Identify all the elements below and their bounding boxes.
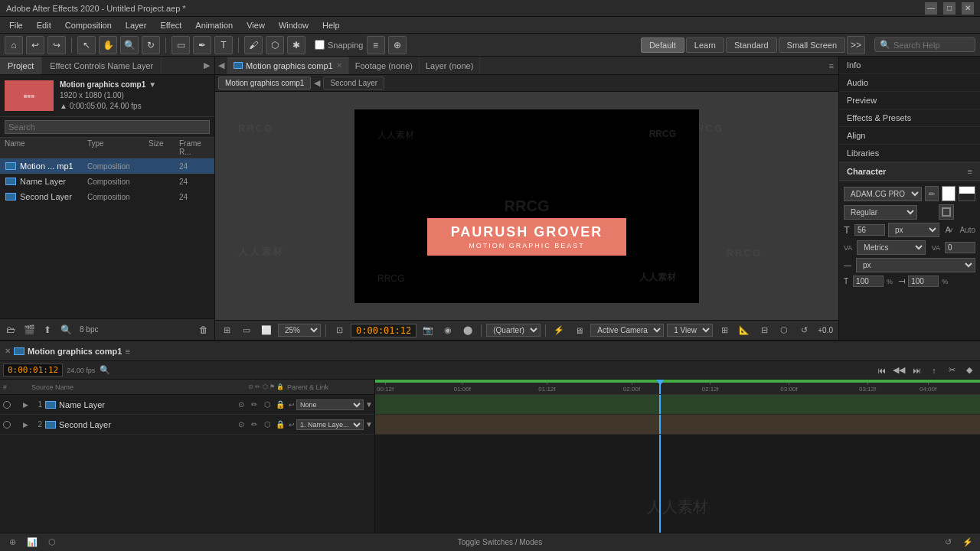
minimize-button[interactable]: — xyxy=(925,2,937,15)
rp-audio[interactable]: Audio xyxy=(839,74,980,92)
comp-subtab-second[interactable]: Second Layer xyxy=(323,77,384,90)
rp-align[interactable]: Align xyxy=(839,127,980,145)
comp-tab-layer[interactable]: Layer (none) xyxy=(420,57,480,74)
layer-2-parent-select[interactable]: 1. Name Laye... xyxy=(296,419,364,430)
character-menu-btn[interactable]: ≡ xyxy=(968,167,972,176)
puppet-tool[interactable]: ✱ xyxy=(287,36,305,54)
layer-1-3d-btn[interactable]: ⬡ xyxy=(262,399,273,410)
menu-file[interactable]: File xyxy=(3,19,29,31)
rp-effects-presets[interactable]: Effects & Presets xyxy=(839,109,980,127)
import-btn[interactable]: ⬆ xyxy=(40,322,55,337)
left-panel-menu[interactable]: ▶ xyxy=(199,60,214,70)
vt-view-select[interactable]: 1 View xyxy=(667,324,713,337)
font-size-input[interactable] xyxy=(854,224,885,236)
snapping-checkbox[interactable] xyxy=(315,40,325,50)
select-tool[interactable]: ↖ xyxy=(77,36,96,54)
rp-info[interactable]: Info xyxy=(839,57,980,74)
scale-v-input[interactable] xyxy=(908,276,939,287)
rp-libraries[interactable]: Libraries xyxy=(839,145,980,162)
vt-draft-btn[interactable]: ⬤ xyxy=(459,322,476,339)
comp-tab-footage[interactable]: Footage (none) xyxy=(349,57,420,74)
vt-grid-btn[interactable]: ⊞ xyxy=(716,322,733,339)
layer-2-solo-btn[interactable]: ⊙ xyxy=(236,419,247,430)
vt-fit-btn[interactable]: ⊡ xyxy=(331,322,348,339)
menu-edit[interactable]: Edit xyxy=(31,19,57,31)
vt-motion-blur-btn[interactable]: ◉ xyxy=(439,322,456,339)
find-btn[interactable]: 🔍 xyxy=(58,322,74,337)
kern-input[interactable] xyxy=(945,242,975,253)
menu-view[interactable]: View xyxy=(240,19,271,31)
size-unit-select-2[interactable]: px xyxy=(856,258,975,272)
comp-subtab-active[interactable]: Motion graphics comp1 xyxy=(218,77,311,90)
redo-button[interactable]: ↪ xyxy=(47,36,66,54)
tl-menu-btn[interactable]: ≡ xyxy=(125,347,129,356)
layer-2-expand-btn[interactable]: ▶ xyxy=(23,421,28,429)
tl-rubber-btn[interactable]: ⬡ xyxy=(44,536,60,549)
workspace-small-screen[interactable]: Small Screen xyxy=(779,37,845,53)
layer-1-parent-select[interactable]: None xyxy=(296,399,364,410)
workspace-more-btn[interactable]: >> xyxy=(847,36,865,54)
vt-camera-btn[interactable]: 📷 xyxy=(420,322,436,339)
layer-1-solo-btn[interactable]: ⊙ xyxy=(236,399,247,410)
brush-tool[interactable]: 🖌 xyxy=(244,36,263,54)
project-file-item-3[interactable]: Second Layer Composition 24 xyxy=(0,189,214,204)
col-header-name[interactable]: Name xyxy=(5,139,87,156)
vt-transparency-btn[interactable]: ⬜ xyxy=(258,322,275,339)
col-header-size[interactable]: Size xyxy=(149,139,179,156)
workspace-standard[interactable]: Standard xyxy=(726,37,777,53)
snapping-options-btn[interactable]: ≡ xyxy=(367,36,385,54)
col-header-type[interactable]: Type xyxy=(87,139,149,156)
font-family-select[interactable]: ADAM.CG PRO xyxy=(844,187,922,201)
layer-2-vis-btn[interactable] xyxy=(3,421,11,429)
layer-2-3d-btn[interactable]: ⬡ xyxy=(262,419,273,430)
tl-extract-btn[interactable]: ✂ xyxy=(944,363,959,378)
project-tab[interactable]: Project xyxy=(0,57,42,74)
workspace-learn[interactable]: Learn xyxy=(686,37,724,53)
panel-left-arrow[interactable]: ◀ xyxy=(215,60,227,70)
tl-new-comp-btn[interactable]: ⊕ xyxy=(5,536,20,549)
vt-toggle-btn[interactable]: 🖥 xyxy=(570,322,587,339)
search-input[interactable] xyxy=(893,41,970,50)
rp-preview[interactable]: Preview xyxy=(839,92,980,109)
layer-1-vis-btn[interactable] xyxy=(3,401,11,409)
stroke-swatch[interactable] xyxy=(939,204,954,220)
tl-close-btn[interactable]: ✕ xyxy=(5,347,11,355)
new-comp-btn[interactable]: 🎬 xyxy=(21,322,37,337)
tl-lift-btn[interactable]: ↑ xyxy=(926,363,942,378)
font-pencil-btn[interactable]: ✏ xyxy=(925,186,939,201)
menu-composition[interactable]: Composition xyxy=(59,19,118,31)
undo-button[interactable]: ↩ xyxy=(26,36,44,54)
tl-magnifier-btn[interactable]: 🔍 xyxy=(97,363,113,378)
col-header-fr[interactable]: Frame R... xyxy=(179,139,210,156)
vt-fast-preview-btn[interactable]: ⚡ xyxy=(550,322,567,339)
text-tool[interactable]: T xyxy=(214,36,233,54)
tl-skip-start-btn[interactable]: ⏮ xyxy=(874,363,889,378)
layer-2-lock-btn[interactable]: 🔒 xyxy=(275,419,286,430)
comp-dropdown-icon[interactable]: ▼ xyxy=(149,80,156,90)
project-file-item-2[interactable]: Name Layer Composition 24 xyxy=(0,174,214,189)
menu-window[interactable]: Window xyxy=(273,19,315,31)
font-color-stack[interactable] xyxy=(959,186,975,201)
vt-zoom-select[interactable]: 25% 50% 100% xyxy=(278,324,321,337)
delete-btn[interactable]: 🗑 xyxy=(196,322,211,337)
workspace-default[interactable]: Default xyxy=(641,37,684,53)
comp-tab-1[interactable]: Motion graphics comp1 ✕ xyxy=(227,57,349,74)
pen-tool[interactable]: ✒ xyxy=(193,36,211,54)
new-folder-btn[interactable]: 🗁 xyxy=(3,322,18,337)
vt-camera-select[interactable]: Active Camera xyxy=(590,324,664,337)
shape-tool[interactable]: ▭ xyxy=(172,36,190,54)
layer-1-lock-btn[interactable]: 🔒 xyxy=(275,399,286,410)
vt-reset-btn[interactable]: ↺ xyxy=(795,322,812,339)
menu-effect[interactable]: Effect xyxy=(154,19,188,31)
tl-add-marker-btn[interactable]: ◆ xyxy=(962,363,977,378)
vt-always-preview-btn[interactable]: ⊞ xyxy=(218,322,235,339)
tl-preview-fps-btn[interactable]: ⚡ xyxy=(960,536,975,549)
font-style-select[interactable]: Regular xyxy=(844,205,917,220)
hand-tool[interactable]: ✋ xyxy=(99,36,117,54)
layer-2-parent-arrow[interactable]: ▼ xyxy=(365,420,373,429)
layer-row-2[interactable]: ▶ 2 Second Layer ⊙ ✏ ⬡ 🔒 ↩ 1. Name Laye.… xyxy=(0,415,374,435)
tl-graph-btn[interactable]: 📊 xyxy=(24,536,40,549)
project-search-input[interactable] xyxy=(5,120,210,134)
menu-help[interactable]: Help xyxy=(316,19,346,31)
menu-layer[interactable]: Layer xyxy=(119,19,153,31)
